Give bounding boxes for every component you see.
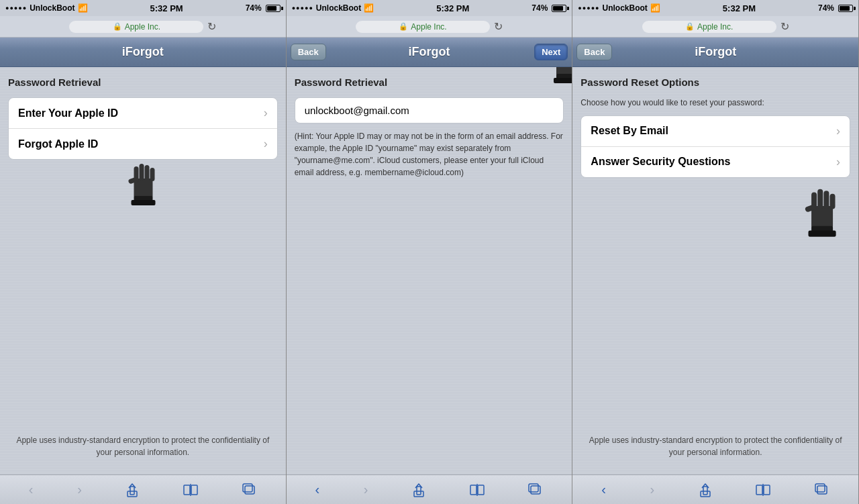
svg-rect-13 [245,486,254,494]
battery-pct-2: 74% [532,3,548,13]
svg-rect-43 [817,486,827,494]
list-item-text-2: Forgot Apple ID [18,138,98,150]
chevron-icon-2: › [264,137,268,151]
hint-text-2: (Hint: Your Apple ID may or may not be i… [295,130,564,179]
svg-rect-40 [756,485,762,495]
svg-rect-23 [417,487,421,495]
lock-icon-3: 🔒 [685,22,695,31]
back-button-toolbar-2[interactable]: ‹ [310,479,325,500]
status-right-3: 74% [818,3,853,13]
reload-button-1[interactable]: ↻ [207,20,216,33]
time-2: 5:32 PM [436,3,469,13]
toolbar-2: ‹ › [287,474,572,504]
hand-area-1 [8,166,278,220]
battery-pct-3: 74% [818,3,834,13]
svg-rect-25 [470,485,476,495]
status-right-2: 74% [532,3,566,13]
content-area-1: Password Retrieval Enter Your Apple ID ›… [0,67,286,474]
signal-dots-1: ●●●●● [5,5,27,11]
time-3: 5:32 PM [723,3,756,13]
address-pill-1[interactable]: 🔒 Apple Inc. [69,21,203,33]
status-left-2: ●●●●● UnlockBoot 📶 [292,3,374,13]
nav-title-2: iForgot [409,45,450,59]
toolbar-3: ‹ › [572,474,858,504]
battery-icon-3 [838,5,853,12]
address-bar-1: 🔒 Apple Inc. ↻ [0,16,286,38]
wifi-icon-1: 📶 [78,3,88,13]
tabs-button-3[interactable] [809,481,835,499]
nav-bar-1: iForgot [0,38,286,67]
list-item-text-1: Enter Your Apple ID [18,107,118,119]
battery-icon-2 [552,5,566,12]
battery-pct-1: 74% [246,3,262,13]
tabs-button-1[interactable] [237,481,262,499]
bookmarks-button-1[interactable] [178,481,203,499]
list-item-forgot-apple-id[interactable]: Forgot Apple ID › [9,129,277,159]
carrier-3: UnlockBoot [603,3,648,13]
status-bar-1: ●●●●● UnlockBoot 📶 5:32 PM 74% [0,0,286,16]
list-item-reset-by-email[interactable]: Reset By Email › [581,116,850,147]
chevron-icon-4: › [836,155,840,169]
svg-rect-39 [701,491,710,497]
svg-rect-9 [128,491,137,497]
section-title-2: Password Retrieval [295,77,564,88]
hand-area-2 [295,192,564,246]
list-item-text-4: Answer Security Questions [591,156,730,168]
next-nav-button-2[interactable]: Next [534,44,568,60]
forward-button-toolbar-1: › [72,479,87,500]
chevron-icon-3: › [836,124,840,138]
svg-rect-24 [414,491,423,497]
address-text-1: Apple Inc. [125,22,160,32]
lock-icon-2: 🔒 [399,22,408,31]
back-nav-button-2[interactable]: Back [291,44,326,60]
svg-rect-4 [150,168,154,181]
address-text-3: Apple Inc. [697,22,733,32]
share-button-3[interactable] [693,480,717,500]
wifi-icon-3: 📶 [650,3,660,13]
reload-button-3[interactable]: ↻ [780,20,789,33]
list-item-enter-apple-id[interactable]: Enter Your Apple ID › [9,98,277,129]
back-button-toolbar-3[interactable]: ‹ [596,479,611,500]
address-bar-2: 🔒 Apple Inc. ↻ [287,16,572,38]
toolbar-1: ‹ › [0,474,286,504]
reload-button-2[interactable]: ↻ [494,20,503,33]
lock-icon-1: 🔒 [113,22,122,31]
status-right-1: 74% [246,3,281,13]
status-left-3: ●●●●● UnlockBoot 📶 [578,3,660,13]
address-pill-2[interactable]: 🔒 Apple Inc. [356,21,490,33]
list-item-answer-security[interactable]: Answer Security Questions › [581,147,850,177]
nav-title-3: iForgot [695,45,736,59]
content-area-2: Password Retrieval (Hint: Your Apple ID … [287,67,572,474]
list-item-text-3: Reset By Email [591,125,668,137]
share-button-2[interactable] [407,480,431,500]
bookmarks-button-3[interactable] [750,481,776,499]
bookmarks-button-2[interactable] [464,481,490,499]
svg-rect-37 [809,230,836,236]
svg-rect-33 [823,191,829,209]
share-button-1[interactable] [120,480,144,500]
back-nav-button-3[interactable]: Back [576,44,612,60]
svg-rect-32 [817,189,823,209]
battery-icon-1 [266,5,281,12]
bottom-text-3: Apple uses industry-standard encryption … [580,427,850,465]
nav-bar-2: Back iForgot Next [287,38,572,67]
svg-rect-2 [139,164,144,181]
wifi-icon-2: 📶 [364,3,374,13]
nav-title-1: iForgot [122,45,164,59]
svg-rect-29 [529,484,538,492]
phone-panel-3: ●●●●● UnlockBoot 📶 5:32 PM 74% 🔒 Apple I… [572,0,859,504]
section-title-3: Password Reset Options [580,77,850,88]
hand-cursor-2 [547,67,572,87]
address-bar-3: 🔒 Apple Inc. ↻ [572,16,858,38]
apple-id-input[interactable] [295,97,564,123]
tabs-button-2[interactable] [523,481,548,499]
status-bar-2: ●●●●● UnlockBoot 📶 5:32 PM 74% [287,0,572,16]
phone-panel-1: ●●●●● UnlockBoot 📶 5:32 PM 74% 🔒 Apple I… [0,0,287,504]
svg-rect-41 [764,485,770,495]
svg-rect-26 [478,485,484,495]
svg-rect-22 [554,78,572,83]
svg-rect-10 [184,485,190,495]
address-pill-3[interactable]: 🔒 Apple Inc. [642,21,776,33]
section-title-1: Password Retrieval [8,77,278,88]
signal-dots-3: ●●●●● [578,5,599,11]
